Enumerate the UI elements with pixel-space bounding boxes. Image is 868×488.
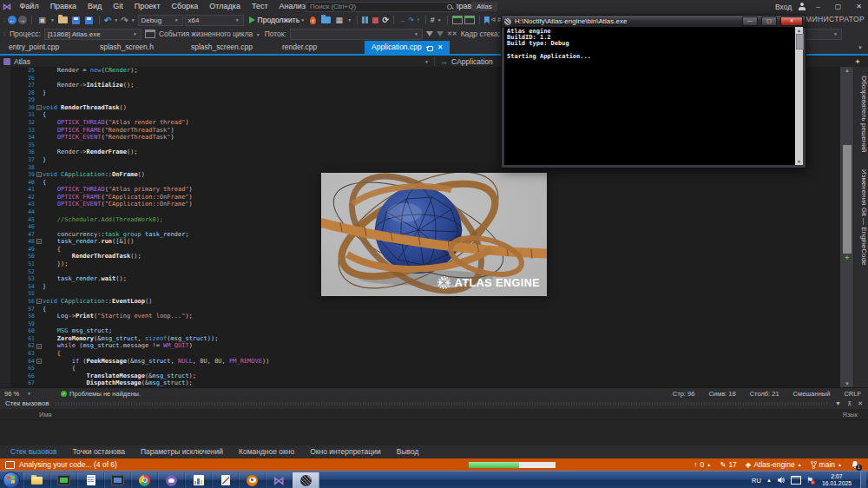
line-number[interactable]: 55 <box>12 290 35 298</box>
close-button[interactable]: ✕ <box>852 3 866 10</box>
fold-toggle-icon[interactable]: − <box>36 105 42 110</box>
taskbar-remote-desktop-button[interactable] <box>50 472 77 488</box>
navigate-back-button[interactable]: ← <box>8 16 16 24</box>
console-window[interactable]: H:\Noctify\Atlas-engine\bin\Atlas.exe — … <box>501 15 806 168</box>
scroll-down-icon[interactable]: ▼ <box>840 381 854 386</box>
toolbar-grip[interactable]: ⁞ <box>2 17 6 23</box>
line-number[interactable]: 56 <box>12 298 35 306</box>
line-number[interactable]: 27 <box>12 82 35 89</box>
line-number[interactable]: 52 <box>12 268 35 276</box>
tab-splash_screen.cpp[interactable]: splash_screen.cpp <box>182 41 273 54</box>
pause-button[interactable] <box>362 16 368 23</box>
menu-8[interactable]: Тест <box>246 0 273 13</box>
thread-dropdown[interactable]: ▼ <box>290 29 423 40</box>
notifications-button[interactable]: 1 <box>851 460 859 469</box>
tab-splash_screen.h[interactable]: splash_screen.h <box>91 41 182 54</box>
bottom-tab-Точки останова[interactable]: Точки останова <box>66 445 132 458</box>
open-folder-button[interactable] <box>57 15 69 25</box>
menu-3[interactable]: Вид <box>82 0 108 13</box>
splash-screen-window[interactable]: ATLAS ENGINE <box>321 173 547 296</box>
editor-scrollbar[interactable]: ▲ + ▼ <box>840 67 854 387</box>
tab-Application.cpp[interactable]: Application.cpp✕ <box>365 41 450 54</box>
panel-options-icon[interactable]: ▼ <box>835 400 841 407</box>
lifecycle-events-dropdown[interactable]: События жизненного цикла ▼ <box>159 30 261 38</box>
console-scroll-thumb[interactable] <box>796 34 804 49</box>
hot-reload-button[interactable] <box>307 15 319 25</box>
line-number[interactable]: 60 <box>12 327 35 335</box>
scrollbar-thumb[interactable] <box>843 145 852 254</box>
locals-window-button[interactable] <box>464 16 475 24</box>
line-number[interactable]: 42 <box>12 194 35 201</box>
line-number[interactable]: 47 <box>12 231 35 239</box>
side-tab-2[interactable]: Изменения Git — EngineCode <box>854 161 868 274</box>
taskbar-chrome-button[interactable] <box>131 472 158 488</box>
taskbar-github-desktop-button[interactable] <box>158 472 185 488</box>
navigate-forward-button[interactable]: → <box>18 16 27 24</box>
break-all-button[interactable] <box>320 15 332 25</box>
pending-edits[interactable]: ✎ 17 <box>720 460 737 469</box>
column-header-language[interactable]: Язык <box>842 411 858 419</box>
branch-selector[interactable]: main ▲ <box>811 460 842 469</box>
action-center-icon[interactable]: ⚑✕ <box>806 476 813 485</box>
line-number[interactable]: 57 <box>12 306 35 313</box>
search-input[interactable]: Поиск (Ctrl+Q) <box>306 2 457 12</box>
push-count[interactable]: ↑ 0 ▲ <box>694 460 711 469</box>
line-number[interactable]: 33 <box>12 127 35 135</box>
line-number[interactable]: 35 <box>12 142 35 149</box>
watch-window-button[interactable] <box>452 16 463 24</box>
line-number[interactable]: 59 <box>12 320 35 328</box>
console-close-button[interactable]: ✕ <box>780 16 803 26</box>
line-number[interactable]: 36 <box>12 148 35 156</box>
suspend-threads-icon[interactable]: ✕✕ <box>447 30 457 37</box>
column-header-name[interactable]: Имя <box>0 411 52 419</box>
bottom-tab-Вывод[interactable]: Вывод <box>390 445 426 458</box>
breakpoints-window-button[interactable]: # <box>431 16 435 24</box>
sign-in-button[interactable]: Вход <box>775 3 792 11</box>
fold-toggle-icon[interactable]: − <box>36 359 42 364</box>
line-number[interactable]: 51 <box>12 260 35 268</box>
line-number[interactable]: 26 <box>12 75 35 82</box>
lifecycle-events-icon[interactable] <box>145 30 155 38</box>
toolbar-grip[interactable]: ⁞ <box>2 31 6 37</box>
line-number[interactable]: 50 <box>12 253 35 260</box>
line-number[interactable]: 34 <box>12 134 35 142</box>
chevron-down-icon[interactable]: ▼ <box>114 17 118 23</box>
filter-clear-icon[interactable] <box>437 31 444 36</box>
line-number[interactable]: 44 <box>12 208 35 216</box>
minimize-button[interactable]: – <box>812 3 824 10</box>
menu-4[interactable]: Git <box>108 0 129 13</box>
taskbar-computer-button[interactable] <box>104 472 131 488</box>
taskbar-blender-button[interactable] <box>239 472 266 488</box>
fold-toggle-icon[interactable]: − <box>36 299 42 304</box>
show-desktop-button[interactable] <box>860 472 866 488</box>
taskbar-explorer-button[interactable] <box>23 472 50 488</box>
hidden-icons-button[interactable]: ▲ <box>766 478 772 483</box>
line-number[interactable]: 66 <box>12 373 35 380</box>
menu-1[interactable]: Файл <box>14 0 44 13</box>
chevron-down-icon[interactable]: ▼ <box>50 17 55 23</box>
line-number[interactable]: 49 <box>12 246 35 254</box>
step-over-button[interactable]: ↷ <box>408 16 415 24</box>
continue-button[interactable]: Продолжить ▼ <box>249 16 306 24</box>
configuration-dropdown[interactable]: Debug▼ <box>138 15 183 26</box>
line-number[interactable]: 29 <box>12 96 35 104</box>
fold-toggle-icon[interactable]: − <box>36 172 42 177</box>
new-project-button[interactable]: ▣ <box>36 15 48 25</box>
redo-button[interactable]: ↷ <box>121 16 128 25</box>
line-number[interactable]: 58 <box>12 313 35 320</box>
callstack-body[interactable] <box>0 420 868 446</box>
user-profile-icon[interactable] <box>798 3 806 10</box>
line-number[interactable]: 40 <box>12 179 35 187</box>
taskbar-document-editor-button[interactable] <box>212 472 239 488</box>
line-number[interactable]: 62 <box>12 342 35 350</box>
line-number[interactable]: 53 <box>12 275 35 283</box>
bottom-tab-Окно интерпретации[interactable]: Окно интерпретации <box>303 445 387 458</box>
line-number[interactable]: 25 <box>12 67 35 75</box>
chevron-down-icon[interactable]: ▼ <box>131 17 135 23</box>
line-number[interactable]: 67 <box>12 379 35 387</box>
console-minimize-button[interactable]: — <box>742 16 758 26</box>
line-number[interactable]: 28 <box>12 89 35 97</box>
zoom-dropdown[interactable]: 96 %▼ <box>0 390 36 398</box>
tab-render.cpp[interactable]: render.cpp <box>273 41 365 54</box>
code-health-indicator[interactable]: ✓ Проблемы не найдены. <box>61 390 141 398</box>
